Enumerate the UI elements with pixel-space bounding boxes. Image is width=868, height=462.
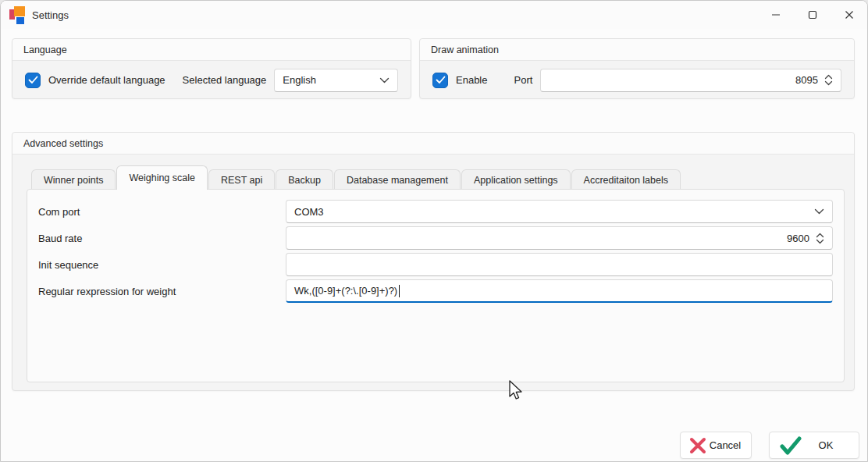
ok-button-label: OK (802, 439, 849, 451)
language-group: Language Override default language Selec… (12, 38, 411, 99)
com-port-combobox[interactable]: COM3 (286, 200, 833, 223)
chevron-down-icon (379, 77, 390, 84)
tab-backup[interactable]: Backup (276, 169, 333, 190)
port-spinner[interactable]: 8095 (540, 69, 841, 92)
regex-input[interactable]: Wk,([0-9]+(?:\.[0-9]+)?) (286, 279, 833, 303)
regex-label: Regular rexpression for weight (38, 286, 286, 297)
draw-animation-group-title: Draw animation (420, 39, 854, 61)
baud-rate-label: Baud rate (38, 233, 286, 244)
selected-language-value: English (283, 74, 316, 86)
draw-animation-group: Draw animation Enable Port 8095 (419, 38, 855, 99)
chevron-down-icon (814, 208, 824, 215)
window-title: Settings (32, 9, 69, 21)
title-bar: Settings (1, 1, 867, 29)
cancel-button[interactable]: Cancel (680, 432, 752, 459)
cancel-x-icon (688, 436, 707, 455)
settings-window: Settings Language Override default langu… (0, 0, 868, 462)
override-language-label: Override default language (48, 74, 165, 86)
advanced-settings-group-title: Advanced settings (12, 133, 854, 155)
com-port-label: Com port (38, 206, 286, 218)
port-label: Port (514, 74, 532, 86)
cancel-button-label: Cancel (707, 439, 743, 451)
weighing-scale-tab-panel: Com port COM3 Baud rate 9600 Init seque (27, 189, 845, 382)
ok-check-icon (779, 435, 802, 456)
regex-row: Regular rexpression for weight Wk,([0-9]… (38, 279, 833, 303)
baud-rate-row: Baud rate 9600 (38, 226, 833, 250)
tab-database-management[interactable]: Database management (334, 169, 461, 190)
minimize-icon[interactable] (757, 1, 794, 29)
window-controls (757, 1, 867, 29)
baud-rate-spinner[interactable]: 9600 (286, 226, 833, 250)
override-language-checkbox[interactable] (25, 73, 41, 88)
regex-value: Wk,([0-9]+(?:\.[0-9]+)?) (294, 285, 397, 297)
dialog-footer: Cancel OK (1, 432, 859, 460)
com-port-row: Com port COM3 (38, 200, 833, 223)
selected-language-combobox[interactable]: English (274, 69, 398, 92)
close-icon[interactable] (831, 1, 867, 29)
maximize-icon[interactable] (794, 1, 831, 29)
spinner-up-down-icon[interactable] (816, 233, 824, 244)
port-value: 8095 (795, 74, 818, 86)
tab-application-settings[interactable]: Application settings (461, 169, 571, 190)
draw-animation-group-body: Enable Port 8095 (420, 61, 854, 99)
com-port-value: COM3 (294, 206, 324, 218)
ok-button[interactable]: OK (769, 432, 859, 459)
tab-weighing-scale[interactable]: Weighing scale (116, 165, 208, 190)
app-logo-icon (9, 6, 25, 23)
language-group-title: Language (12, 39, 411, 61)
advanced-tabstrip: Winner points Weighing scale REST api Ba… (31, 165, 681, 190)
enable-animation-label: Enable (456, 74, 487, 86)
enable-animation-checkbox[interactable] (432, 73, 448, 88)
tab-accreditation-labels[interactable]: Accreditaiton labels (571, 169, 681, 190)
baud-rate-value: 9600 (787, 233, 809, 244)
tab-winner-points[interactable]: Winner points (31, 169, 116, 190)
selected-language-label: Selected language (183, 74, 267, 86)
advanced-settings-group: Advanced settings Winner points Weighing… (12, 132, 855, 391)
spinner-up-down-icon[interactable] (824, 74, 833, 86)
init-sequence-input[interactable] (286, 253, 833, 276)
init-sequence-row: Init sequence (38, 253, 833, 276)
init-sequence-label: Init sequence (38, 259, 286, 271)
language-group-body: Override default language Selected langu… (12, 61, 411, 99)
text-caret (399, 285, 400, 297)
tab-rest-api[interactable]: REST api (208, 169, 275, 190)
